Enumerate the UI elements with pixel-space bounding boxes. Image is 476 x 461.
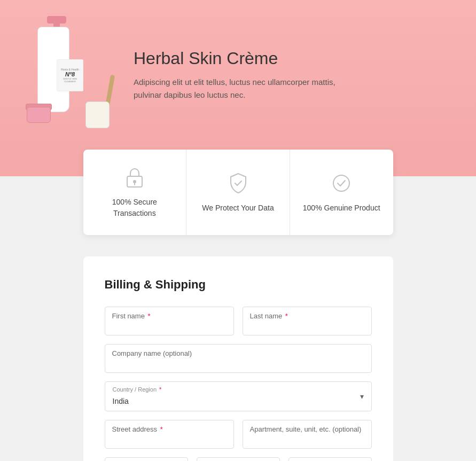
country-chevron-icon: ▾ [360, 392, 364, 401]
jar2 [85, 101, 110, 128]
trust-item-protect: We Protect Your Data [186, 150, 290, 235]
product-number: Nº8 [65, 71, 75, 77]
trust-item-genuine: 100% Genuine Product [290, 150, 393, 235]
street-address-group: Street address * [105, 420, 234, 449]
company-row: Company name (optional) [105, 344, 372, 373]
product-name-label: GENTLE SKIN CLEANSER [57, 77, 83, 83]
lock-icon [123, 166, 146, 189]
town-city-input[interactable] [105, 457, 188, 461]
trust-card: 100% Secure Transactions We Protect Your… [83, 150, 393, 235]
hero-title: Herbal Skin Crème [134, 49, 455, 68]
address-row: Street address * Apartment, suite, unit,… [105, 420, 372, 449]
badge-check-icon [330, 171, 353, 195]
country-label: Country / Region * [113, 386, 162, 393]
country-row: Country / Region * India ▾ [105, 381, 372, 411]
trust-label-protect: We Protect Your Data [202, 202, 274, 214]
billing-section: Billing & Shipping First name * Last nam… [83, 256, 393, 461]
city-state-pin-row: Town / City * State * Select an option..… [105, 457, 372, 461]
trust-label-genuine: 100% Genuine Product [303, 202, 380, 214]
street-address-input[interactable] [105, 420, 234, 449]
state-select[interactable]: Select an option... [197, 457, 280, 461]
apartment-input[interactable] [243, 420, 372, 449]
apartment-group: Apartment, suite, unit, etc. (optional) [243, 420, 372, 449]
hero-description: Adipiscing elit ut elit tellus, luctus n… [134, 76, 337, 101]
jar-small [27, 107, 51, 123]
last-name-input[interactable] [243, 307, 372, 335]
bottle-label: Roots & Health Nº8 GENTLE SKIN CLEANSER [57, 59, 83, 91]
name-row: First name * Last name * [105, 307, 372, 335]
product-image: Roots & Health Nº8 GENTLE SKIN CLEANSER [21, 16, 112, 134]
town-city-group: Town / City * [105, 457, 188, 461]
company-name-group: Company name (optional) [105, 344, 372, 373]
first-name-group: First name * [105, 307, 234, 335]
svg-point-3 [333, 175, 349, 191]
first-name-input[interactable] [105, 307, 234, 335]
last-name-group: Last name * [243, 307, 372, 335]
country-group: Country / Region * India ▾ [105, 381, 372, 411]
trust-item-secure: 100% Secure Transactions [83, 150, 187, 235]
pin-group: PIN * [288, 457, 372, 461]
company-name-input[interactable] [105, 344, 372, 373]
trust-label-secure: 100% Secure Transactions [94, 197, 176, 219]
country-select[interactable]: Country / Region * India ▾ [105, 381, 372, 411]
state-group: State * Select an option... ▾ [197, 457, 280, 461]
shield-check-icon [227, 171, 250, 195]
hero-text: Herbal Skin Crème Adipiscing elit ut eli… [134, 49, 455, 101]
bottle-main: Roots & Health Nº8 GENTLE SKIN CLEANSER [37, 27, 69, 112]
pin-input[interactable] [288, 457, 372, 461]
billing-title: Billing & Shipping [105, 278, 372, 292]
country-value: India [113, 397, 129, 405]
page-wrapper: Roots & Health Nº8 GENTLE SKIN CLEANSER … [0, 0, 476, 461]
